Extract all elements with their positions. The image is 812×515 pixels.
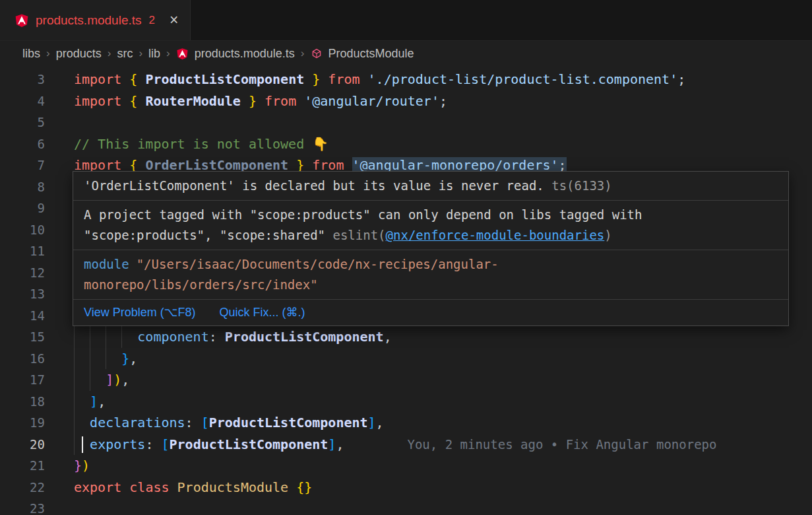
token: [304, 71, 312, 87]
code-line-15[interactable]: 15 component: ProductListComponent,: [0, 326, 812, 348]
line-number: 13: [0, 283, 45, 305]
line-number: 12: [0, 262, 45, 284]
token: [: [161, 436, 169, 452]
breadcrumb-separator: ›: [139, 47, 142, 60]
code-text: exports: [ProductListComponent],: [74, 436, 344, 452]
text-cursor: [82, 436, 83, 453]
breadcrumb-separator: ›: [46, 47, 50, 60]
line-number: 20: [0, 434, 45, 456]
module-path-line1: "/Users/isaac/Documents/code/nx-recipes/…: [137, 257, 499, 271]
hover-popup: 'OrderListComponent' is declared but its…: [73, 171, 789, 326]
breadcrumb-item-products.module.ts[interactable]: products.module.ts: [195, 47, 295, 61]
breadcrumb-separator: ›: [301, 47, 305, 60]
tab-problem-count: 2: [149, 14, 155, 27]
eslint-message-line1: A project tagged with "scope:products" c…: [84, 207, 642, 222]
eslint-rule-link[interactable]: @nx/enforce-module-boundaries: [386, 228, 605, 242]
code-line-22[interactable]: 22export class ProductsModule {}: [0, 477, 812, 498]
token: [74, 372, 106, 388]
line-number: 5: [0, 112, 45, 133]
token: [320, 71, 328, 87]
code-line-4[interactable]: 4import { RouterModule } from '@angular/…: [0, 90, 812, 112]
code-line-18[interactable]: 18 ],: [0, 391, 812, 413]
quick-fix-button[interactable]: Quick Fix... (⌘.): [219, 304, 305, 321]
token: import: [74, 93, 121, 109]
breadcrumb-item-src[interactable]: src: [117, 47, 133, 61]
hover-module-info: module"/Users/isaac/Documents/code/nx-re…: [73, 250, 788, 300]
code-line-6[interactable]: 6// This import is not allowed 👇: [0, 133, 812, 155]
breadcrumb-item-lib[interactable]: lib: [148, 47, 160, 61]
token: }: [74, 458, 82, 473]
code-line-19[interactable]: 19 declarations: [ProductListComponent],: [0, 412, 812, 434]
token: './product-list/product-list.component': [368, 71, 678, 87]
token: [241, 93, 249, 109]
token: [74, 351, 121, 366]
token: ,: [121, 372, 129, 388]
token: {: [129, 93, 137, 109]
breadcrumb-item-ProductsModule[interactable]: ProductsModule: [328, 47, 414, 61]
code-content: ],: [74, 391, 106, 413]
token: {}: [296, 479, 312, 495]
token: [121, 71, 129, 87]
tab-close-icon[interactable]: ×: [170, 13, 178, 28]
token: ]: [106, 372, 113, 388]
token: import: [74, 71, 121, 87]
token: ): [113, 372, 121, 388]
breadcrumb: libs›products›src›lib› products.module.t…: [0, 41, 812, 66]
line-number: 22: [0, 477, 45, 498]
line-number: 19: [0, 412, 45, 434]
line-number: 4: [0, 90, 45, 112]
breadcrumb-item-libs[interactable]: libs: [22, 47, 40, 61]
token: declarations: [90, 415, 185, 430]
angular-icon: [15, 13, 29, 28]
code-content: ]),: [74, 369, 129, 391]
code-line-21[interactable]: 21}): [0, 455, 812, 477]
token: }: [312, 71, 320, 87]
token: ,: [384, 329, 392, 345]
token: [137, 93, 145, 109]
token: from: [328, 71, 359, 87]
code-line-23[interactable]: 23: [0, 498, 812, 515]
view-problem-button[interactable]: View Problem (⌥F8): [84, 304, 195, 321]
token: class: [129, 479, 169, 495]
module-keyword: module: [84, 257, 129, 271]
token: export: [74, 479, 121, 495]
token: [360, 71, 368, 87]
code-line-3[interactable]: 3import { ProductListComponent } from '.…: [0, 69, 812, 90]
token: [74, 415, 90, 430]
code-line-16[interactable]: 16 },: [0, 348, 812, 370]
line-number: 11: [0, 240, 45, 262]
hover-action-bar: View Problem (⌥F8) Quick Fix... (⌘.): [73, 300, 788, 326]
token: {: [129, 71, 137, 87]
code-text: ],: [74, 394, 106, 409]
token: ,: [98, 394, 106, 409]
line-number: 8: [0, 176, 45, 198]
line-number: 6: [0, 133, 45, 155]
line-number: 10: [0, 219, 45, 241]
token: component: [137, 329, 208, 345]
code-text: export class ProductsModule {}: [74, 479, 312, 495]
token: [170, 479, 177, 495]
tab-bar: products.module.ts 2 ×: [0, 0, 812, 41]
token: ProductListComponent: [170, 436, 328, 452]
token: // This import is not allowed 👇: [74, 136, 328, 152]
token: [: [201, 415, 209, 430]
breadcrumb-item-products[interactable]: products: [56, 47, 102, 61]
breadcrumb-separator: ›: [166, 47, 170, 60]
tab-products-module[interactable]: products.module.ts 2 ×: [0, 0, 191, 40]
token: ,: [129, 351, 137, 366]
token: ]: [368, 415, 376, 430]
token: :: [209, 329, 225, 345]
line-number: 16: [0, 348, 45, 370]
eslint-suffix: ): [604, 228, 611, 242]
tab-title: products.module.ts: [36, 13, 142, 28]
hover-ts-message: 'OrderListComponent' is declared but its…: [73, 172, 788, 201]
token: ;: [677, 71, 685, 87]
line-number: 3: [0, 69, 45, 90]
code-line-17[interactable]: 17 ]),: [0, 369, 812, 391]
code-text: },: [74, 351, 137, 366]
ts-error-code: ts(6133): [544, 178, 612, 193]
code-text: component: ProductListComponent,: [74, 329, 392, 345]
code-line-20[interactable]: 20 exports: [ProductListComponent],You, …: [0, 434, 812, 456]
code-line-5[interactable]: 5: [0, 112, 812, 133]
code-text: ]),: [74, 372, 129, 388]
